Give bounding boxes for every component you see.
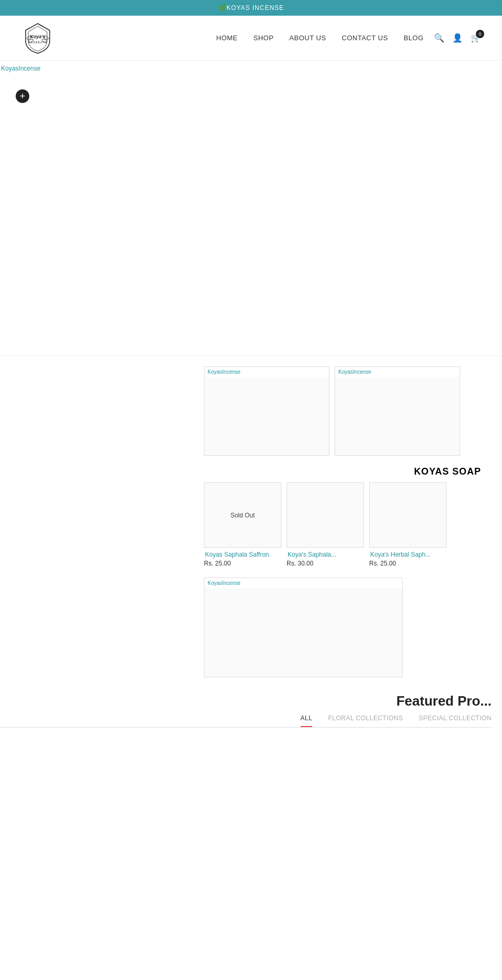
banner-text: 🌿KOYAS INCENSE [218,4,284,11]
hero-section: + [0,74,502,356]
soap-name-3: Koya's Herbal Saph... [369,551,447,558]
featured-section: Featured Pro... ALL FLORAL COLLECTIONS S… [0,693,502,728]
nav-about[interactable]: ABOUT US [289,34,326,42]
soap-card-2[interactable]: Koya's Saphala... Rs. 30.00 [287,482,364,567]
soap-image-1: Sold Out [204,482,281,548]
featured-title: Featured Pro... [0,693,492,709]
tab-floral[interactable]: FLORAL COLLECTIONS [328,714,403,727]
breadcrumb-link[interactable]: KoyasIncense [1,65,40,72]
soap-price-1: Rs. 25.00 [204,560,281,567]
products-row: KoyasIncense KoyasIncense [0,366,502,456]
bottom-card[interactable]: KoyasIncense [204,578,403,677]
soap-section-title: KOYAS SOAP [0,456,502,482]
sold-out-badge: Sold Out [231,512,255,519]
nav-blog[interactable]: BLOG [404,34,424,42]
tab-all[interactable]: ALL [301,714,313,727]
soap-products: Sold Out Koyas Saphala Saffron. Rs. 25.0… [0,482,502,567]
nav-contact[interactable]: CONTACT US [342,34,388,42]
soap-price-2: Rs. 30.00 [287,560,364,567]
store-label-1: KoyasIncense [204,367,329,377]
soap-image-3 [369,482,447,548]
nav-shop[interactable]: SHOP [254,34,274,42]
user-icon[interactable]: 👤 [452,33,463,43]
soap-card-3[interactable]: Koya's Herbal Saph... Rs. 25.00 [369,482,447,567]
bottom-image [204,588,402,677]
search-icon[interactable]: 🔍 [434,33,444,43]
breadcrumb: KoyasIncense [0,61,502,74]
header: Koya's AGARBATH HOME SHOP ABOUT US CONTA… [0,16,502,61]
featured-tabs: ALL FLORAL COLLECTIONS SPECIAL COLLECTIO… [0,714,492,728]
top-banner: 🌿KOYAS INCENSE [0,0,502,16]
soap-card-1[interactable]: Sold Out Koyas Saphala Saffron. Rs. 25.0… [204,482,281,567]
store-label-2: KoyasIncense [335,367,460,377]
product-image-1 [204,377,329,455]
soap-image-2 [287,482,364,548]
cart-badge: 0 [476,30,484,38]
product-card-2[interactable]: KoyasIncense [335,366,460,456]
soap-name-1: Koyas Saphala Saffron. [204,551,281,558]
svg-text:Koya's: Koya's [30,34,45,39]
logo-area[interactable]: Koya's AGARBATH [21,21,55,55]
logo-icon: Koya's AGARBATH [21,21,55,55]
plus-button[interactable]: + [16,89,29,103]
soap-name-2: Koya's Saphala... [287,551,364,558]
tab-special[interactable]: SPECIAL COLLECTION [419,714,492,727]
product-card-1[interactable]: KoyasIncense [204,366,329,456]
nav-home[interactable]: HOME [216,34,238,42]
bottom-store-label: KoyasIncense [204,578,402,588]
svg-text:AGARBATH: AGARBATH [28,41,47,44]
soap-price-3: Rs. 25.00 [369,560,447,567]
nav-icons: 🔍 👤 🛒 0 [434,33,481,43]
product-image-2 [335,377,460,455]
cart-icon-wrap[interactable]: 🛒 0 [471,33,481,43]
main-nav: HOME SHOP ABOUT US CONTACT US BLOG [216,34,424,42]
